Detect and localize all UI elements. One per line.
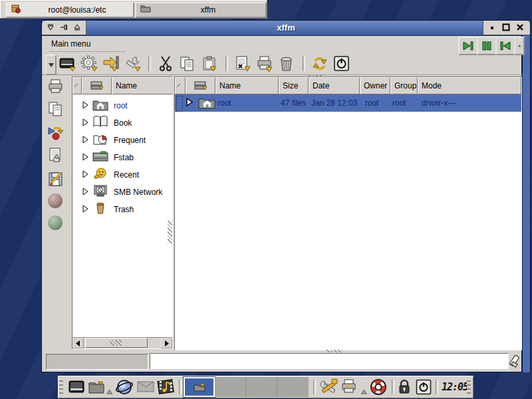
row-focus-mark: [176, 96, 183, 112]
tree-item-smb[interactable]: SMB Network: [72, 184, 172, 201]
tree-item-trash[interactable]: Trash: [72, 201, 172, 218]
panel-print-icon[interactable]: [340, 378, 358, 398]
tree-resize-grip[interactable]: [168, 221, 172, 243]
panel-terminal-icon[interactable]: [68, 378, 85, 398]
panel-filemanager-icon[interactable]: [88, 378, 105, 398]
go-to-button[interactable]: [102, 55, 120, 73]
toolbar-overflow-button[interactable]: [45, 55, 57, 75]
print-button[interactable]: [255, 55, 274, 73]
taskbar-button-label: root@louisa:/etc: [21, 5, 133, 15]
header-label: Date: [313, 81, 329, 90]
cell-owner: root: [365, 98, 379, 108]
maximize-icon[interactable]: [502, 22, 510, 34]
tree-item-label: Trash: [114, 205, 134, 214]
pager-desktop-4[interactable]: [277, 377, 309, 397]
reload-button[interactable]: [311, 55, 329, 73]
panel-help-lifering-icon[interactable]: [368, 377, 388, 399]
side-sphere-red-icon[interactable]: [48, 194, 63, 208]
titlebar-right-tab: [483, 21, 530, 35]
chalk-icon[interactable]: [507, 354, 521, 371]
xffm-window: xffm Main menu +: [41, 20, 531, 372]
header-mode[interactable]: Mode: [418, 77, 521, 94]
toolbar-separator: [303, 57, 305, 71]
panel-popup-arrow-icon[interactable]: [106, 385, 112, 397]
shade-icon[interactable]: [73, 22, 81, 34]
main-menu[interactable]: Main menu: [51, 39, 90, 49]
drive-icon: [92, 150, 108, 166]
panel-separator: [436, 380, 438, 394]
side-copy-icon[interactable]: [47, 100, 65, 120]
scroll-left-button[interactable]: [72, 338, 84, 348]
tree-name-header[interactable]: Name: [112, 77, 174, 94]
pager-desktop-3[interactable]: [246, 377, 277, 397]
expander-icon[interactable]: [82, 117, 88, 129]
tree-item-recent[interactable]: Recent: [72, 166, 172, 184]
expander-icon[interactable]: [82, 203, 88, 215]
tree-item-book[interactable]: Book: [72, 114, 172, 132]
command-entry[interactable]: [150, 353, 509, 369]
expander-icon[interactable]: [82, 100, 88, 112]
cut-button[interactable]: [156, 55, 175, 73]
filelist-icon-column-header[interactable]: [186, 77, 215, 94]
exit-power-button[interactable]: [332, 55, 351, 73]
panel-clock[interactable]: 12:05: [442, 381, 468, 393]
file-row-root[interactable]: root 47 files Jan 28 12:03 root root drw…: [175, 94, 521, 112]
folder-icon: [140, 3, 151, 17]
tree-item-root[interactable]: root: [72, 97, 172, 114]
side-save-icon[interactable]: [47, 170, 65, 190]
header-size[interactable]: Size: [279, 77, 309, 94]
panel-popup-arrow-icon[interactable]: [361, 385, 367, 397]
header-label: Group: [394, 81, 416, 90]
scripts-button[interactable]: [233, 55, 252, 73]
panel-left-handle[interactable]: [59, 378, 63, 395]
header-date[interactable]: Date: [309, 77, 360, 94]
tree-hscrollbar[interactable]: [72, 337, 172, 348]
scrollbar-thumb[interactable]: [85, 338, 148, 348]
panel-multimedia-icon[interactable]: [157, 378, 176, 398]
package-icon: [11, 3, 21, 17]
panel-mail-icon[interactable]: [137, 381, 154, 396]
side-sphere-green-icon[interactable]: [48, 215, 63, 230]
pager-desktop-1-active[interactable]: [184, 377, 215, 397]
minimize-icon[interactable]: [489, 22, 496, 34]
filelist-corner-button[interactable]: [175, 77, 186, 94]
scroll-right-button[interactable]: [161, 338, 172, 348]
tree-icon-column-header[interactable]: [82, 77, 112, 94]
expander-icon[interactable]: [186, 98, 193, 108]
stick-pin-icon[interactable]: [60, 22, 68, 34]
tree-item-fstab[interactable]: Fstab: [72, 149, 172, 166]
taskbar-button-xffm[interactable]: xffm: [135, 2, 267, 18]
side-run-icon[interactable]: [47, 124, 65, 144]
pager-desktop-2[interactable]: [215, 377, 246, 397]
window-menu-icon[interactable]: [47, 22, 55, 34]
panel-lock-icon[interactable]: [397, 379, 412, 398]
header-label: Size: [283, 81, 298, 90]
tree-item-frequent[interactable]: Frequent: [72, 132, 172, 149]
header-group[interactable]: Group: [390, 77, 418, 94]
expander-icon[interactable]: [82, 169, 88, 181]
panel-quit-power-icon[interactable]: [416, 379, 432, 398]
tree-corner-button[interactable]: [72, 77, 82, 94]
trash-button[interactable]: [277, 55, 296, 73]
panel-browser-globe-icon[interactable]: [114, 378, 134, 399]
expander-icon[interactable]: [82, 134, 88, 146]
terminal-button[interactable]: [58, 55, 76, 73]
settings-gear-button[interactable]: [80, 55, 98, 73]
workspace-pager: [184, 377, 309, 397]
expander-icon[interactable]: [82, 152, 88, 164]
close-icon[interactable]: [516, 22, 524, 34]
header-owner[interactable]: Owner: [360, 77, 390, 94]
paste-button[interactable]: [200, 55, 219, 73]
side-print-icon[interactable]: [47, 78, 65, 98]
side-open-with-icon[interactable]: [47, 147, 65, 167]
panel-tools-icon[interactable]: [319, 378, 339, 399]
tools-wrench-button[interactable]: [124, 55, 142, 73]
copy-button[interactable]: [178, 55, 197, 73]
expander-icon[interactable]: [82, 186, 88, 198]
panel-right-handle[interactable]: [467, 378, 471, 395]
titlebar[interactable]: xffm: [42, 21, 530, 36]
tree-item-label: Fstab: [114, 153, 134, 162]
taskbar-button-terminal[interactable]: root@louisa:/etc: [5, 2, 134, 18]
toolbar-separator: [148, 57, 151, 71]
header-name[interactable]: Name: [215, 77, 279, 94]
